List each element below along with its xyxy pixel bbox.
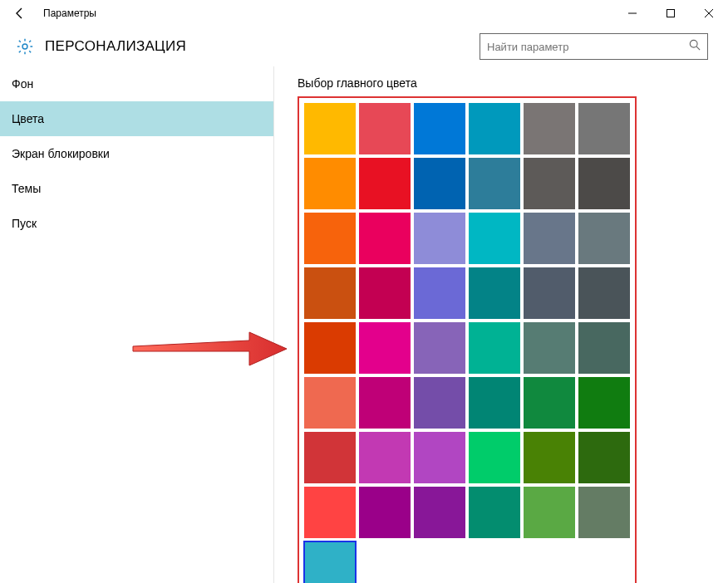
sidebar-item[interactable]: Фон: [0, 66, 273, 101]
maximize-button[interactable]: [652, 0, 690, 27]
color-swatch[interactable]: [578, 158, 630, 209]
color-swatch[interactable]: [304, 103, 356, 154]
color-swatch[interactable]: [469, 103, 520, 154]
color-swatch[interactable]: [304, 487, 356, 538]
svg-rect-1: [667, 10, 675, 17]
color-swatch[interactable]: [359, 213, 411, 264]
color-swatch[interactable]: [578, 432, 630, 483]
color-swatch[interactable]: [414, 432, 465, 483]
color-swatch[interactable]: [578, 487, 630, 538]
maximize-icon: [667, 9, 675, 17]
main-pane: Выбор главного цвета: [274, 66, 728, 583]
color-swatch[interactable]: [414, 158, 465, 209]
color-swatch[interactable]: [578, 213, 630, 264]
color-swatch[interactable]: [578, 322, 630, 374]
sidebar-item[interactable]: Экран блокировки: [0, 136, 273, 171]
color-swatch[interactable]: [414, 377, 465, 429]
color-swatch[interactable]: [524, 377, 575, 429]
color-swatch[interactable]: [304, 213, 356, 264]
color-swatch[interactable]: [524, 103, 575, 154]
color-swatch[interactable]: [414, 103, 465, 154]
color-swatch[interactable]: [524, 267, 575, 319]
color-swatch[interactable]: [578, 103, 630, 154]
sidebar: ФонЦветаЭкран блокировкиТемыПуск: [0, 66, 274, 583]
color-swatch[interactable]: [359, 267, 411, 319]
color-swatch[interactable]: [304, 322, 356, 374]
sidebar-item[interactable]: Пуск: [0, 206, 273, 241]
back-button[interactable]: [0, 0, 40, 27]
color-swatch[interactable]: [469, 432, 520, 483]
minimize-icon: [628, 9, 637, 17]
minimize-button[interactable]: [613, 0, 652, 27]
search-box[interactable]: [480, 33, 708, 60]
header: ПЕРСОНАЛИЗАЦИЯ: [0, 27, 728, 66]
color-swatch[interactable]: [304, 267, 356, 319]
color-swatch[interactable]: [578, 267, 630, 319]
color-swatch[interactable]: [469, 322, 520, 374]
color-swatch[interactable]: [469, 213, 520, 264]
color-swatch[interactable]: [524, 487, 575, 538]
color-swatch[interactable]: [469, 377, 520, 429]
section-title: Выбор главного цвета: [298, 76, 705, 90]
svg-point-5: [690, 40, 697, 47]
color-swatch[interactable]: [524, 213, 575, 264]
svg-line-6: [696, 47, 700, 50]
color-swatch[interactable]: [524, 158, 575, 209]
window-title: Параметры: [40, 7, 96, 19]
close-icon: [705, 9, 713, 17]
color-swatch[interactable]: [414, 487, 465, 538]
sidebar-item[interactable]: Темы: [0, 171, 273, 206]
search-icon: [689, 39, 701, 54]
color-palette-box: [298, 96, 637, 583]
sidebar-item[interactable]: Цвета: [0, 101, 273, 136]
color-swatch[interactable]: [359, 377, 411, 429]
close-button[interactable]: [690, 0, 728, 27]
color-swatch[interactable]: [469, 267, 520, 319]
color-swatch[interactable]: [469, 487, 520, 538]
color-swatch[interactable]: [524, 322, 575, 374]
color-swatch[interactable]: [359, 103, 411, 154]
color-swatch[interactable]: [359, 158, 411, 209]
color-palette: [304, 103, 630, 583]
color-swatch[interactable]: [304, 158, 356, 209]
back-icon: [13, 7, 27, 20]
color-swatch[interactable]: [304, 432, 356, 483]
color-swatch[interactable]: [469, 158, 520, 209]
color-swatch[interactable]: [304, 541, 356, 583]
color-swatch[interactable]: [359, 487, 411, 538]
color-swatch[interactable]: [414, 267, 465, 319]
color-swatch[interactable]: [524, 432, 575, 483]
page-title: ПЕРСОНАЛИЗАЦИЯ: [45, 38, 480, 55]
svg-point-4: [22, 44, 27, 49]
color-swatch[interactable]: [578, 377, 630, 429]
titlebar: Параметры: [0, 0, 728, 27]
color-swatch[interactable]: [304, 377, 356, 429]
search-input[interactable]: [487, 41, 689, 53]
gear-icon: [13, 35, 37, 58]
color-swatch[interactable]: [359, 432, 411, 483]
color-swatch[interactable]: [359, 322, 411, 374]
color-swatch[interactable]: [414, 322, 465, 374]
color-swatch[interactable]: [414, 213, 465, 264]
